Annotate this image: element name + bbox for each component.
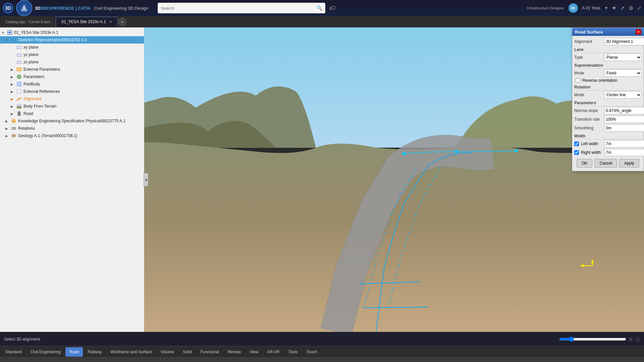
ok-button[interactable]: OK [577, 159, 592, 168]
params-expand[interactable]: ▶ [11, 75, 15, 79]
right-width-checkbox[interactable] [574, 150, 579, 155]
tree-knowledge-eng[interactable]: ▶ K Knowledge Engineering Specification … [0, 117, 144, 125]
apply-button[interactable]: Apply [619, 159, 639, 168]
tree-geology[interactable]: ▶ Geology A.1 (Terrain00001708.1) [0, 132, 144, 139]
ext-params-expand[interactable]: ▶ [11, 68, 15, 71]
dialog-title: Road Surface [575, 29, 603, 35]
tree-relations[interactable]: ▶ Relations [0, 125, 144, 132]
share-icon[interactable]: ↗ [620, 5, 625, 11]
partbody-expand[interactable]: ▶ [11, 82, 15, 86]
search-bar: 🔍 [158, 3, 325, 13]
geology-expand[interactable]: ▶ [5, 134, 9, 138]
dialog-titlebar[interactable]: Road Surface ✕ [572, 28, 644, 36]
toolbar-tab-solid[interactable]: Solid [179, 347, 196, 357]
relations-expand[interactable]: ▶ [5, 127, 9, 130]
svg-rect-5 [9, 32, 11, 34]
main-tab[interactable]: 01_YESA Site 2019x A.1 ✕ [56, 17, 117, 27]
road-expand[interactable]: ▶ [11, 112, 15, 116]
partbody-icon [16, 81, 22, 87]
rotation-mode-select[interactable]: Center line [604, 91, 642, 99]
tree-root[interactable]: ▼ 01_YESA Site 2019x A.1 [0, 29, 144, 36]
toolbar-tab-railway[interactable]: Railway [84, 347, 106, 357]
plane-icon-2 [16, 52, 22, 58]
toolbar-tab-touch[interactable]: Touch [302, 347, 321, 357]
fill-tool[interactable] [179, 360, 192, 362]
tree-parameters[interactable]: ▶ Parameters [0, 73, 144, 80]
toolbar-tab-functional[interactable]: Functional [197, 347, 223, 357]
body-terrain-label: Body From Terrain [23, 104, 56, 109]
svg-point-20 [14, 127, 16, 129]
mesh-tool[interactable] [112, 360, 124, 362]
redo-tool[interactable] [57, 360, 69, 362]
alignment-input[interactable] [604, 38, 644, 45]
main-tab-close[interactable]: ✕ [109, 20, 112, 24]
dialog-close-button[interactable]: ✕ [636, 29, 641, 35]
status-scrollbar[interactable] [559, 337, 626, 342]
tree-external-refs[interactable]: ▶ External References [0, 88, 144, 95]
undo-tool[interactable] [45, 360, 57, 362]
normal-slope-input[interactable] [604, 107, 644, 114]
expand-icon[interactable]: ⤢ [637, 5, 641, 11]
tree-zx-plane[interactable]: zx plane [0, 58, 144, 66]
knowledge-expand[interactable]: ▶ [5, 119, 9, 123]
alignment-row: Alignment [574, 38, 642, 45]
params-label: Parameters [23, 74, 44, 79]
ext-refs-expand[interactable]: ▶ [11, 90, 15, 94]
toolbar-tab-view[interactable]: View [246, 347, 262, 357]
toolbar-tab-civil[interactable]: Civil Engineering [26, 347, 65, 357]
user-dropdown-icon[interactable]: ▼ [604, 6, 608, 10]
curve-tool[interactable] [154, 360, 166, 362]
copy-tool[interactable] [15, 360, 28, 362]
sidebar-toggle[interactable]: ◀ [144, 173, 148, 186]
tree-yz-plane[interactable]: yz plane [0, 51, 144, 58]
root-expand[interactable]: ▼ [1, 31, 5, 35]
select-tool[interactable] [3, 360, 15, 362]
rotation-mode-row: Mode Center line [574, 91, 642, 99]
right-width-input[interactable] [604, 149, 644, 156]
tree-body-from-terrain[interactable]: ▶ Body From Terrain [0, 103, 144, 110]
tree-skeleton[interactable]: ▼ Skeleton Representation00003702 A.1 [0, 36, 144, 44]
skeleton-expand[interactable]: ▼ [5, 38, 9, 42]
add-button[interactable]: + [612, 4, 616, 12]
tree-alignment[interactable]: ▶ Alignment [0, 95, 144, 103]
transition-rate-input[interactable] [604, 116, 644, 123]
reverse-orientation-checkbox[interactable] [576, 78, 580, 83]
split-tool[interactable] [167, 360, 179, 362]
align-tool[interactable] [87, 360, 99, 362]
smoothing-input[interactable] [604, 124, 644, 132]
toolbar-tab-volume[interactable]: Volume [157, 347, 178, 357]
tab-add-button[interactable]: + [118, 18, 126, 26]
toolbar-tab-tools[interactable]: Tools [284, 347, 302, 357]
compass-button[interactable] [16, 0, 32, 16]
cancel-button[interactable]: Cancel [594, 159, 617, 168]
search-icon[interactable]: 🔍 [317, 5, 322, 11]
dialog-body: Alignment Lane Type Planar Superelevatio… [572, 36, 644, 171]
left-width-checkbox[interactable] [574, 141, 579, 146]
tree-xy-plane[interactable]: xy plane [0, 44, 144, 51]
tree-road[interactable]: ▶ Road [0, 110, 144, 117]
toolbar-tab-ar-vr[interactable]: AR-VR [263, 347, 283, 357]
toolbar-tab-road[interactable]: Road [65, 347, 83, 357]
left-width-input[interactable] [604, 140, 644, 147]
settings-icon[interactable]: ⚙ [629, 5, 633, 11]
toolbar-tab-standard[interactable]: Standard [1, 347, 26, 357]
extrude-tool[interactable] [128, 360, 141, 362]
tree-external-params[interactable]: ▶ External Parameters [0, 66, 144, 73]
svg-rect-16 [18, 112, 20, 116]
alignment-expand[interactable]: ▶ [11, 97, 15, 101]
tag-icon[interactable]: 🏷 [329, 5, 335, 12]
type-select[interactable]: Planar [604, 54, 642, 61]
measure-tool[interactable] [99, 360, 111, 362]
search-input[interactable] [161, 6, 315, 11]
rotate-tool[interactable] [74, 360, 86, 362]
xy-plane-label: xy plane [23, 45, 39, 50]
surface-tool[interactable] [141, 360, 153, 362]
body-terrain-expand[interactable]: ▶ [11, 105, 15, 108]
paste-tool[interactable] [28, 360, 40, 362]
toolbar-tab-wireframe[interactable]: Wireframe and Surface [106, 347, 156, 357]
tree-partbody[interactable]: ▶ PartBody [0, 80, 144, 88]
superelevation-mode-select[interactable]: Fixed [604, 69, 642, 77]
connect-tool[interactable] [192, 360, 204, 362]
toolbar-tab-review[interactable]: Review [224, 347, 245, 357]
svg-point-6 [12, 38, 16, 42]
